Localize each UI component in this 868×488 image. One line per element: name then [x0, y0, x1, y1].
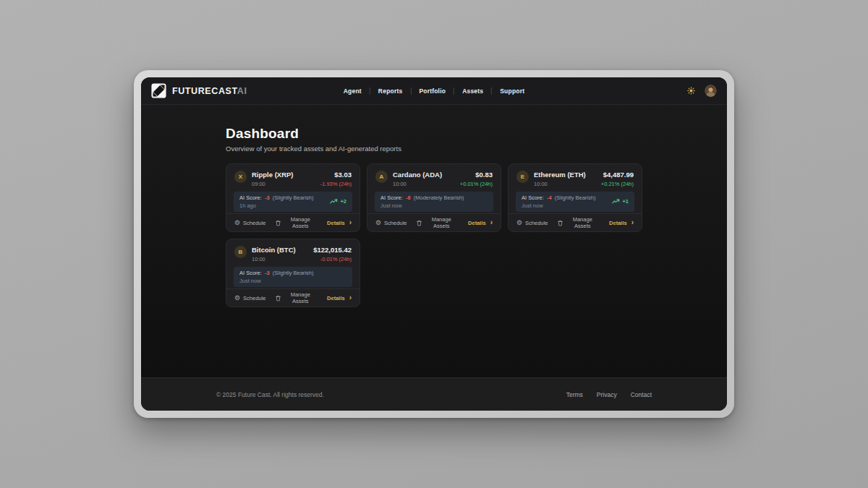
brand-name: FUTURECASTAI — [172, 86, 247, 96]
ai-updated: 1h ago — [239, 202, 313, 209]
main-nav: Agent Reports Portfolio Assets Support — [344, 87, 524, 95]
asset-price: $122,015.42 — [313, 246, 352, 254]
asset-initial-badge: B — [234, 246, 247, 258]
ai-updated: Just now — [239, 278, 313, 284]
asset-initial-badge: A — [375, 171, 388, 183]
trend-value: +2 — [340, 198, 346, 205]
theme-toggle-sun-icon[interactable] — [687, 87, 695, 95]
nav-item-portfolio[interactable]: Portfolio — [419, 87, 446, 95]
gear-icon: ⚙ — [234, 295, 240, 301]
details-label: Details — [327, 220, 345, 226]
chevron-right-icon: › — [631, 219, 634, 226]
manage-assets-button[interactable]: Manage Assets — [276, 291, 317, 304]
nav-item-reports[interactable]: Reports — [378, 87, 403, 95]
nav-item-support[interactable]: Support — [500, 87, 524, 95]
footer-link-contact[interactable]: Contact — [631, 391, 652, 398]
trash-icon — [417, 220, 422, 226]
details-button[interactable]: Details › — [327, 295, 352, 301]
manage-assets-label: Manage Assets — [425, 216, 458, 229]
asset-card-ethereum: E Ethereum (ETH) 10:00 $4,487.99 +0.21% … — [508, 163, 642, 232]
trash-icon — [558, 220, 563, 226]
app-footer: © 2025 Future Cast. All rights reserved.… — [141, 377, 727, 411]
asset-name: Ripple (XRP) — [252, 171, 294, 179]
gear-icon: ⚙ — [516, 220, 522, 226]
asset-change: -0.01% (24h) — [313, 256, 352, 262]
ai-score-label: AI Score: — [522, 194, 544, 201]
manage-assets-label: Manage Assets — [284, 216, 317, 229]
page-title: Dashboard — [226, 126, 642, 142]
ai-updated: Just now — [380, 202, 464, 209]
asset-card-grid: X Ripple (XRP) 09:00 $3.03 -1.93% (24h) — [226, 163, 642, 307]
nav-item-agent[interactable]: Agent — [344, 87, 362, 95]
ai-sentiment: (Slightly Bearish) — [273, 194, 314, 201]
asset-card-bitcoin: B Bitcoin (BTC) 10:00 $122,015.42 -0.01%… — [226, 239, 360, 307]
schedule-label: Schedule — [243, 295, 265, 301]
asset-name: Cardano (ADA) — [393, 171, 442, 179]
manage-assets-label: Manage Assets — [566, 216, 599, 229]
schedule-button[interactable]: ⚙ Schedule — [375, 220, 407, 226]
details-button[interactable]: Details › — [327, 220, 352, 226]
ai-score-label: AI Score: — [239, 270, 262, 276]
asset-price: $3.03 — [320, 171, 352, 179]
details-button[interactable]: Details › — [609, 220, 634, 226]
brand: FUTURECASTAI — [151, 83, 247, 98]
trash-icon — [276, 220, 281, 226]
nav-item-assets[interactable]: Assets — [462, 87, 483, 95]
schedule-label: Schedule — [525, 220, 548, 226]
asset-time: 10:00 — [534, 181, 586, 187]
asset-card-ripple: X Ripple (XRP) 09:00 $3.03 -1.93% (24h) — [226, 163, 360, 232]
page-subtitle: Overview of your tracked assets and AI-g… — [226, 145, 642, 153]
asset-card-cardano: A Cardano (ADA) 10:00 $0.83 +0.01% (24h) — [367, 163, 501, 232]
card-actions: ⚙ Schedule Manage Assets Details — [226, 288, 359, 307]
ai-score-value: -3 — [265, 194, 270, 201]
asset-change: -1.93% (24h) — [320, 181, 352, 187]
asset-change: +0.21% (24h) — [601, 181, 634, 187]
ai-updated: Just now — [522, 202, 595, 209]
footer-link-terms[interactable]: Terms — [566, 391, 583, 398]
user-avatar[interactable] — [705, 85, 717, 97]
details-button[interactable]: Details › — [468, 220, 493, 226]
schedule-button[interactable]: ⚙ Schedule — [516, 220, 548, 226]
manage-assets-button[interactable]: Manage Assets — [417, 216, 458, 229]
app-header: FUTURECASTAI Agent Reports Portfolio Ass… — [141, 77, 727, 105]
gear-icon: ⚙ — [375, 220, 381, 226]
asset-time: 10:00 — [393, 181, 442, 187]
ai-score-value: -6 — [406, 194, 411, 201]
trend-value: +1 — [622, 198, 629, 205]
card-actions: ⚙ Schedule Manage Assets Details — [367, 213, 501, 231]
ai-score-row: AI Score: -4 (Slightly Bearish) Just now — [516, 192, 634, 213]
manage-assets-button[interactable]: Manage Assets — [276, 216, 317, 229]
card-actions: ⚙ Schedule Manage Assets Details — [509, 213, 642, 231]
ai-score-label: AI Score: — [239, 194, 262, 201]
ai-score-value: -3 — [265, 270, 270, 276]
asset-price: $4,487.99 — [601, 171, 634, 179]
schedule-label: Schedule — [243, 220, 265, 226]
ai-score-row: AI Score: -3 (Slightly Bearish) 1h ago — [234, 192, 352, 213]
gear-icon: ⚙ — [234, 220, 240, 226]
app-screen: FUTURECASTAI Agent Reports Portfolio Ass… — [141, 77, 727, 411]
trending-up-icon — [612, 199, 620, 204]
footer-link-privacy[interactable]: Privacy — [597, 391, 617, 398]
asset-name: Ethereum (ETH) — [534, 171, 586, 179]
nav-separator — [410, 87, 411, 95]
details-label: Details — [327, 295, 345, 301]
manage-assets-button[interactable]: Manage Assets — [558, 216, 599, 229]
asset-name: Bitcoin (BTC) — [252, 246, 296, 254]
asset-time: 10:00 — [252, 256, 296, 262]
ai-score-row: AI Score: -6 (Moderately Bearish) Just n… — [375, 192, 493, 213]
schedule-label: Schedule — [384, 220, 407, 226]
schedule-button[interactable]: ⚙ Schedule — [234, 295, 265, 301]
footer-links: Terms Privacy Contact — [566, 391, 652, 398]
copyright-text: © 2025 Future Cast. All rights reserved. — [216, 391, 324, 398]
ai-sentiment: (Slightly Bearish) — [555, 194, 596, 201]
schedule-button[interactable]: ⚙ Schedule — [234, 220, 265, 226]
chevron-right-icon: › — [490, 219, 493, 226]
details-label: Details — [609, 220, 627, 226]
ai-score-label: AI Score: — [380, 194, 403, 201]
app-window: FUTURECASTAI Agent Reports Portfolio Ass… — [134, 70, 734, 418]
nav-separator — [370, 87, 370, 95]
trash-icon — [276, 295, 281, 301]
ai-score-value: -4 — [547, 194, 552, 201]
card-actions: ⚙ Schedule Manage Assets Details — [226, 213, 359, 231]
asset-initial-badge: E — [516, 171, 529, 183]
